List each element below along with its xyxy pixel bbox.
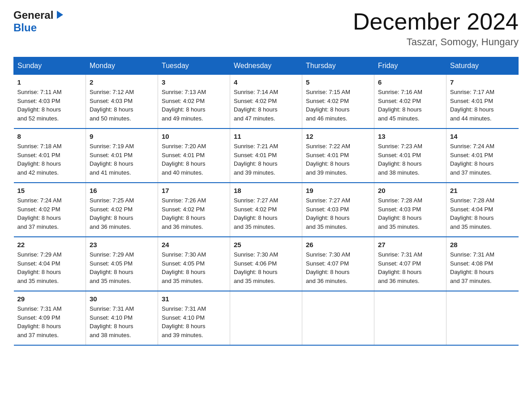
svg-marker-0 xyxy=(57,11,63,19)
day-number: 22 xyxy=(17,241,82,248)
sunrise: Sunrise: 7:31 AM xyxy=(162,305,206,312)
day-number: 9 xyxy=(90,133,154,140)
daylight-minutes: and 35 minutes. xyxy=(234,223,275,230)
day-number: 13 xyxy=(378,133,442,140)
day-info: Sunrise: 7:30 AM Sunset: 4:07 PM Dayligh… xyxy=(306,250,370,285)
col-sunday: Sunday xyxy=(14,57,86,75)
daylight: Daylight: 8 hours xyxy=(378,160,422,167)
sunrise: Sunrise: 7:26 AM xyxy=(162,197,206,204)
table-row: 12 Sunrise: 7:22 AM Sunset: 4:01 PM Dayl… xyxy=(302,128,374,183)
daylight-minutes: and 39 minutes. xyxy=(234,169,275,176)
sunset: Sunset: 4:02 PM xyxy=(306,98,349,104)
table-row: 18 Sunrise: 7:27 AM Sunset: 4:02 PM Dayl… xyxy=(230,183,302,237)
day-number: 20 xyxy=(378,187,442,194)
day-info: Sunrise: 7:26 AM Sunset: 4:02 PM Dayligh… xyxy=(162,196,226,231)
day-number: 16 xyxy=(90,187,154,194)
daylight: Daylight: 8 hours xyxy=(450,106,494,113)
daylight-minutes: and 39 minutes. xyxy=(162,332,203,338)
day-info: Sunrise: 7:22 AM Sunset: 4:01 PM Dayligh… xyxy=(306,142,370,177)
day-number: 25 xyxy=(234,241,298,248)
table-row: 20 Sunrise: 7:28 AM Sunset: 4:03 PM Dayl… xyxy=(374,183,446,237)
sunset: Sunset: 4:01 PM xyxy=(378,152,421,158)
daylight: Daylight: 8 hours xyxy=(17,214,61,221)
sunrise: Sunrise: 7:24 AM xyxy=(17,197,62,204)
table-row: 7 Sunrise: 7:17 AM Sunset: 4:01 PM Dayli… xyxy=(446,75,519,129)
daylight: Daylight: 8 hours xyxy=(90,160,133,167)
sunset: Sunset: 4:01 PM xyxy=(90,152,133,158)
sunrise: Sunrise: 7:12 AM xyxy=(90,89,134,95)
day-number: 7 xyxy=(450,78,515,86)
daylight: Daylight: 8 hours xyxy=(450,269,494,275)
sunrise: Sunrise: 7:28 AM xyxy=(378,197,422,204)
daylight-minutes: and 36 minutes. xyxy=(90,223,131,230)
sunset: Sunset: 4:03 PM xyxy=(378,206,421,213)
table-row: 19 Sunrise: 7:27 AM Sunset: 4:03 PM Dayl… xyxy=(302,183,374,237)
day-info: Sunrise: 7:31 AM Sunset: 4:09 PM Dayligh… xyxy=(17,304,82,339)
daylight: Daylight: 8 hours xyxy=(90,214,133,221)
daylight-minutes: and 35 minutes. xyxy=(90,278,131,284)
daylight-minutes: and 38 minutes. xyxy=(378,169,420,176)
day-number: 24 xyxy=(162,241,226,248)
daylight-minutes: and 37 minutes. xyxy=(17,223,59,230)
day-info: Sunrise: 7:13 AM Sunset: 4:02 PM Dayligh… xyxy=(162,88,226,123)
day-info: Sunrise: 7:28 AM Sunset: 4:03 PM Dayligh… xyxy=(378,196,442,231)
table-row xyxy=(230,291,302,345)
day-number: 31 xyxy=(162,295,226,303)
daylight: Daylight: 8 hours xyxy=(450,214,494,221)
day-info: Sunrise: 7:31 AM Sunset: 4:10 PM Dayligh… xyxy=(90,304,154,339)
sunset: Sunset: 4:02 PM xyxy=(162,206,205,213)
daylight: Daylight: 8 hours xyxy=(378,269,422,275)
col-friday: Friday xyxy=(374,57,446,75)
sunset: Sunset: 4:07 PM xyxy=(306,260,349,267)
sunset: Sunset: 4:03 PM xyxy=(306,206,349,213)
daylight: Daylight: 8 hours xyxy=(90,323,133,330)
day-info: Sunrise: 7:15 AM Sunset: 4:02 PM Dayligh… xyxy=(306,88,370,123)
sunset: Sunset: 4:01 PM xyxy=(162,152,205,158)
daylight: Daylight: 8 hours xyxy=(17,160,61,167)
col-wednesday: Wednesday xyxy=(230,57,302,75)
day-info: Sunrise: 7:25 AM Sunset: 4:02 PM Dayligh… xyxy=(90,196,154,231)
sunset: Sunset: 4:02 PM xyxy=(234,98,277,104)
daylight-minutes: and 41 minutes. xyxy=(90,169,131,176)
sunset: Sunset: 4:03 PM xyxy=(90,98,133,104)
day-info: Sunrise: 7:27 AM Sunset: 4:02 PM Dayligh… xyxy=(234,196,298,231)
sunset: Sunset: 4:05 PM xyxy=(90,260,133,267)
logo: General Blue xyxy=(13,9,65,34)
daylight: Daylight: 8 hours xyxy=(90,269,133,275)
daylight: Daylight: 8 hours xyxy=(234,214,278,221)
day-number: 21 xyxy=(450,187,515,194)
daylight: Daylight: 8 hours xyxy=(306,160,350,167)
table-row: 25 Sunrise: 7:30 AM Sunset: 4:06 PM Dayl… xyxy=(230,237,302,291)
page-header: General Blue December 2024 Taszar, Somog… xyxy=(13,9,519,48)
day-info: Sunrise: 7:27 AM Sunset: 4:03 PM Dayligh… xyxy=(306,196,370,231)
day-number: 28 xyxy=(450,241,515,248)
daylight: Daylight: 8 hours xyxy=(378,214,422,221)
sunrise: Sunrise: 7:20 AM xyxy=(162,143,206,150)
table-row: 9 Sunrise: 7:19 AM Sunset: 4:01 PM Dayli… xyxy=(86,128,158,183)
day-info: Sunrise: 7:24 AM Sunset: 4:02 PM Dayligh… xyxy=(17,196,82,231)
daylight: Daylight: 8 hours xyxy=(378,106,422,113)
day-info: Sunrise: 7:17 AM Sunset: 4:01 PM Dayligh… xyxy=(450,88,515,123)
sunset: Sunset: 4:02 PM xyxy=(378,98,421,104)
daylight-minutes: and 35 minutes. xyxy=(450,223,492,230)
sunset: Sunset: 4:01 PM xyxy=(306,152,349,158)
daylight: Daylight: 8 hours xyxy=(306,106,350,113)
table-row: 14 Sunrise: 7:24 AM Sunset: 4:01 PM Dayl… xyxy=(446,128,519,183)
day-number: 19 xyxy=(306,187,370,194)
daylight: Daylight: 8 hours xyxy=(306,214,350,221)
table-row: 23 Sunrise: 7:29 AM Sunset: 4:05 PM Dayl… xyxy=(86,237,158,291)
daylight-minutes: and 42 minutes. xyxy=(17,169,59,176)
sunset: Sunset: 4:05 PM xyxy=(162,260,205,267)
daylight-minutes: and 40 minutes. xyxy=(162,169,203,176)
day-info: Sunrise: 7:28 AM Sunset: 4:04 PM Dayligh… xyxy=(450,196,515,231)
daylight-minutes: and 38 minutes. xyxy=(90,332,131,338)
day-info: Sunrise: 7:18 AM Sunset: 4:01 PM Dayligh… xyxy=(17,142,82,177)
daylight: Daylight: 8 hours xyxy=(234,160,278,167)
table-row: 17 Sunrise: 7:26 AM Sunset: 4:02 PM Dayl… xyxy=(158,183,230,237)
daylight-minutes: and 37 minutes. xyxy=(17,332,59,338)
table-row: 26 Sunrise: 7:30 AM Sunset: 4:07 PM Dayl… xyxy=(302,237,374,291)
day-info: Sunrise: 7:11 AM Sunset: 4:03 PM Dayligh… xyxy=(17,88,82,123)
daylight-minutes: and 37 minutes. xyxy=(450,278,492,284)
day-info: Sunrise: 7:29 AM Sunset: 4:05 PM Dayligh… xyxy=(90,250,154,285)
table-row: 1 Sunrise: 7:11 AM Sunset: 4:03 PM Dayli… xyxy=(14,75,86,129)
